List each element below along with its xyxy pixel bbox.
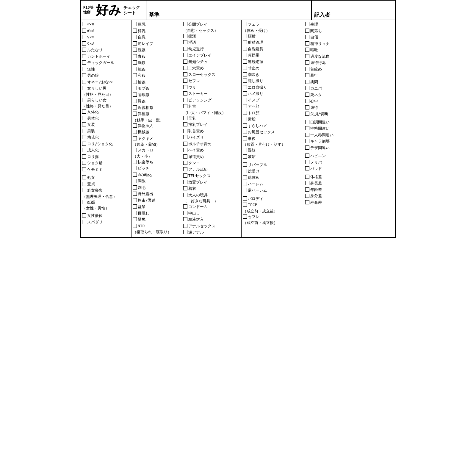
checkbox[interactable] xyxy=(82,175,86,179)
checkbox[interactable] xyxy=(82,200,86,204)
checkbox[interactable] xyxy=(305,80,309,84)
checkbox[interactable] xyxy=(133,105,137,109)
checkbox[interactable] xyxy=(305,120,309,124)
checkbox[interactable] xyxy=(183,154,187,159)
checkbox[interactable] xyxy=(183,173,187,178)
checkbox[interactable] xyxy=(133,211,137,215)
checkbox[interactable] xyxy=(133,198,137,202)
checkbox[interactable] xyxy=(82,60,86,65)
checkbox[interactable] xyxy=(82,41,86,46)
checkbox[interactable] xyxy=(82,135,86,139)
checkbox[interactable] xyxy=(305,200,309,204)
checkbox[interactable] xyxy=(305,67,309,71)
checkbox[interactable] xyxy=(82,116,86,120)
checkbox[interactable] xyxy=(133,192,137,196)
checkbox[interactable] xyxy=(82,167,86,171)
checkbox[interactable] xyxy=(243,136,247,140)
checkbox[interactable] xyxy=(133,80,137,84)
checkbox[interactable] xyxy=(183,148,187,152)
checkbox[interactable] xyxy=(183,116,187,120)
checkbox[interactable] xyxy=(183,167,187,171)
checkbox[interactable] xyxy=(243,72,247,76)
checkbox[interactable] xyxy=(133,48,137,52)
checkbox[interactable] xyxy=(243,85,247,89)
checkbox[interactable] xyxy=(243,53,247,57)
checkbox[interactable] xyxy=(243,162,247,167)
checkbox[interactable] xyxy=(82,54,86,58)
checkbox[interactable] xyxy=(133,67,137,71)
checkbox[interactable] xyxy=(243,60,247,64)
checkbox[interactable] xyxy=(133,217,137,221)
checkbox[interactable] xyxy=(183,135,187,139)
checkbox[interactable] xyxy=(183,204,187,209)
checkbox[interactable] xyxy=(183,211,187,215)
checkbox[interactable] xyxy=(243,182,247,186)
checkbox[interactable] xyxy=(133,41,137,46)
checkbox[interactable] xyxy=(82,129,86,133)
checkbox[interactable] xyxy=(133,185,137,190)
checkbox[interactable] xyxy=(243,34,247,38)
checkbox[interactable] xyxy=(82,122,86,126)
checkbox[interactable] xyxy=(305,139,309,143)
checkbox[interactable] xyxy=(183,79,187,83)
checkbox[interactable] xyxy=(82,148,86,152)
checkbox[interactable] xyxy=(183,224,187,228)
checkbox[interactable] xyxy=(243,188,247,192)
checkbox[interactable] xyxy=(82,188,86,192)
checkbox[interactable] xyxy=(183,104,187,108)
checkbox[interactable] xyxy=(133,160,137,164)
checkbox[interactable] xyxy=(82,109,86,114)
checkbox[interactable] xyxy=(133,224,137,228)
checkbox[interactable] xyxy=(305,99,309,103)
checkbox[interactable] xyxy=(133,173,137,177)
checkbox[interactable] xyxy=(82,213,86,217)
checkbox[interactable] xyxy=(183,230,187,234)
checkbox[interactable] xyxy=(305,145,309,150)
checkbox[interactable] xyxy=(243,154,247,159)
checkbox[interactable] xyxy=(305,194,309,198)
checkbox[interactable] xyxy=(82,48,86,52)
checkbox[interactable] xyxy=(243,79,247,83)
checkbox[interactable] xyxy=(305,105,309,109)
checkbox[interactable] xyxy=(243,111,247,115)
checkbox[interactable] xyxy=(305,112,309,116)
checkbox[interactable] xyxy=(183,186,187,190)
checkbox[interactable] xyxy=(133,86,137,90)
checkbox[interactable] xyxy=(243,91,247,95)
checkbox[interactable] xyxy=(243,104,247,108)
checkbox[interactable] xyxy=(133,93,137,97)
checkbox[interactable] xyxy=(183,129,187,133)
checkbox[interactable] xyxy=(243,22,247,26)
checkbox[interactable] xyxy=(243,123,247,128)
checkbox[interactable] xyxy=(133,204,137,209)
checkbox[interactable] xyxy=(305,175,309,179)
checkbox[interactable] xyxy=(183,66,187,70)
checkbox[interactable] xyxy=(305,41,309,46)
checkbox[interactable] xyxy=(133,148,137,152)
checkbox[interactable] xyxy=(305,86,309,90)
checkbox[interactable] xyxy=(183,122,187,126)
checkbox[interactable] xyxy=(305,22,309,26)
checkbox[interactable] xyxy=(82,98,86,102)
checkbox[interactable] xyxy=(133,60,137,65)
checkbox[interactable] xyxy=(243,196,247,201)
checkbox[interactable] xyxy=(243,203,247,207)
checkbox[interactable] xyxy=(305,73,309,77)
checkbox[interactable] xyxy=(305,181,309,185)
checkbox[interactable] xyxy=(82,29,86,33)
checkbox[interactable] xyxy=(243,40,247,44)
checkbox[interactable] xyxy=(243,175,247,179)
checkbox[interactable] xyxy=(133,179,137,183)
checkbox[interactable] xyxy=(133,54,137,58)
checkbox[interactable] xyxy=(82,161,86,165)
checkbox[interactable] xyxy=(305,133,309,137)
checkbox[interactable] xyxy=(243,98,247,102)
checkbox[interactable] xyxy=(133,35,137,39)
checkbox[interactable] xyxy=(133,73,137,77)
checkbox[interactable] xyxy=(305,93,309,97)
checkbox[interactable] xyxy=(133,166,137,170)
checkbox[interactable] xyxy=(133,99,137,103)
checkbox[interactable] xyxy=(183,193,187,197)
checkbox[interactable] xyxy=(305,54,309,58)
checkbox[interactable] xyxy=(305,187,309,192)
